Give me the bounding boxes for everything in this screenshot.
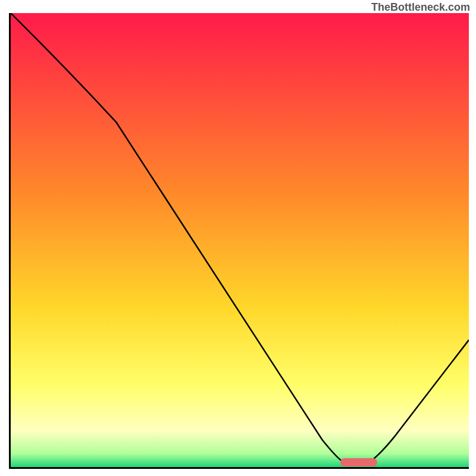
optimal-marker bbox=[340, 458, 377, 466]
bottleneck-curve bbox=[11, 13, 469, 467]
watermark-text: TheBottleneck.com bbox=[371, 1, 470, 14]
chart-plot-area bbox=[9, 13, 469, 469]
